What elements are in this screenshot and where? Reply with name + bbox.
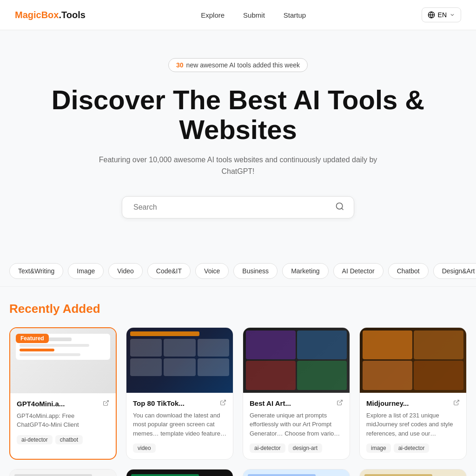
card-designer[interactable] bbox=[9, 469, 117, 476]
card-title-row: Top 80 TikTok... bbox=[133, 399, 226, 407]
search-icon bbox=[335, 202, 344, 211]
card-gpt4omini[interactable]: Featured GPT4oMini.a...GPT4oMini.app: Fr… bbox=[9, 327, 117, 460]
card-title-row: GPT4oMini.a... bbox=[17, 400, 109, 408]
category-video[interactable]: Video bbox=[108, 263, 143, 279]
tag-image: image bbox=[366, 443, 391, 453]
nav-explore[interactable]: Explore bbox=[201, 11, 225, 19]
search-button[interactable] bbox=[333, 200, 346, 214]
tag-ai-detector: ai-detector bbox=[250, 443, 285, 453]
recently-added-section: Recently Added Featured GPT4oMini.a...GP… bbox=[0, 287, 476, 476]
svg-line-5 bbox=[339, 400, 342, 403]
hero-headline: Discover The Best AI Tools & Websites bbox=[29, 85, 447, 145]
card-thumbnail bbox=[360, 469, 466, 476]
new-tools-badge: 30 new awesome AI tools added this week bbox=[168, 58, 308, 72]
card-body: Midjourney...Explore a list of 231 uniqu… bbox=[360, 393, 466, 460]
card-ai-art[interactable]: Best AI Art...Generate unique art prompt… bbox=[243, 327, 350, 460]
external-link-icon bbox=[220, 399, 226, 407]
tag-chatbot: chatbot bbox=[55, 435, 83, 444]
card-thumbnail bbox=[243, 328, 350, 393]
language-selector[interactable]: EN bbox=[422, 7, 461, 22]
search-container bbox=[122, 196, 354, 218]
tag-design-art: design-art bbox=[288, 443, 322, 453]
badge-text: new awesome AI tools added this week bbox=[186, 61, 300, 69]
card-thumbnail bbox=[243, 469, 350, 476]
card-blue-card[interactable] bbox=[243, 469, 350, 476]
category-marketing[interactable]: Marketing bbox=[282, 263, 328, 279]
category-image[interactable]: Image bbox=[68, 263, 104, 279]
featured-badge: Featured bbox=[16, 334, 49, 343]
card-tags: video bbox=[133, 443, 226, 453]
svg-line-6 bbox=[456, 400, 459, 403]
hero-section: 30 new awesome AI tools added this week … bbox=[0, 30, 476, 256]
language-label: EN bbox=[438, 11, 447, 19]
svg-line-4 bbox=[223, 400, 225, 403]
chevron-down-icon bbox=[450, 12, 455, 18]
card-thumbnail bbox=[360, 328, 466, 393]
card-thumbnail bbox=[10, 469, 116, 476]
logo-magic: MagicBox bbox=[15, 10, 59, 20]
svg-point-1 bbox=[337, 203, 343, 209]
nav-submit[interactable]: Submit bbox=[243, 11, 265, 19]
card-description: You can download the latest and most pop… bbox=[133, 411, 226, 438]
nav-startup[interactable]: Startup bbox=[284, 11, 306, 19]
category-design-art[interactable]: Design&Art bbox=[433, 263, 476, 279]
card-thumbnail bbox=[126, 469, 233, 476]
nav-links: Explore Submit Startup bbox=[201, 11, 306, 19]
card-title: Midjourney... bbox=[366, 399, 409, 407]
logo-tools: .Tools bbox=[59, 10, 85, 20]
cards-grid-row2 bbox=[9, 469, 467, 476]
categories-bar: Text&WritingImageVideoCode&ITVoiceBusine… bbox=[0, 256, 476, 287]
logo[interactable]: MagicBox.Tools bbox=[15, 10, 86, 20]
search-box bbox=[122, 196, 354, 218]
card-title-row: Best AI Art... bbox=[250, 399, 343, 407]
card-title-row: Midjourney... bbox=[366, 399, 460, 407]
navbar: MagicBox.Tools Explore Submit Startup EN bbox=[0, 0, 476, 30]
section-title: Recently Added bbox=[9, 302, 467, 316]
search-input[interactable] bbox=[130, 197, 333, 218]
globe-icon bbox=[428, 11, 435, 19]
cards-grid-row1: Featured GPT4oMini.a...GPT4oMini.app: Fr… bbox=[9, 327, 467, 460]
card-title: GPT4oMini.a... bbox=[17, 400, 65, 408]
hero-subtext: Featuring over 10,000 awesome AI tools w… bbox=[99, 154, 377, 178]
category-text-writing[interactable]: Text&Writing bbox=[9, 263, 63, 279]
card-body: GPT4oMini.a...GPT4oMini.app: Free ChatGP… bbox=[10, 393, 116, 451]
card-description: Explore a list of 231 unique midJourney … bbox=[366, 411, 460, 438]
card-tags: ai-detectordesign-art bbox=[250, 443, 343, 453]
category-business[interactable]: Business bbox=[233, 263, 278, 279]
card-body: Top 80 TikTok...You can download the lat… bbox=[126, 393, 233, 460]
external-link-icon bbox=[453, 399, 460, 407]
card-title: Best AI Art... bbox=[250, 399, 291, 407]
card-prayer[interactable] bbox=[359, 469, 467, 476]
tag-ai-detector: ai-detector bbox=[17, 435, 53, 444]
card-midjourney[interactable]: Midjourney...Explore a list of 231 uniqu… bbox=[359, 327, 467, 460]
card-tags: imageai-detector bbox=[366, 443, 460, 453]
category-voice[interactable]: Voice bbox=[195, 263, 229, 279]
svg-line-2 bbox=[342, 208, 344, 210]
category-code-it[interactable]: Code&IT bbox=[147, 263, 191, 279]
card-title: Top 80 TikTok... bbox=[133, 399, 185, 407]
external-link-icon bbox=[337, 399, 343, 407]
card-description: Generate unique art prompts effortlessly… bbox=[250, 411, 343, 438]
card-tiktok[interactable]: Top 80 TikTok...You can download the lat… bbox=[126, 327, 233, 460]
category-chatbot[interactable]: Chatbot bbox=[388, 263, 429, 279]
svg-line-3 bbox=[106, 401, 108, 403]
card-description: GPT4oMini.app: Free ChatGPT4o-Mini Clien… bbox=[17, 411, 109, 430]
card-ai-solver[interactable] bbox=[126, 469, 233, 476]
badge-count: 30 bbox=[176, 61, 184, 69]
external-link-icon bbox=[103, 400, 109, 408]
card-body: Best AI Art...Generate unique art prompt… bbox=[243, 393, 350, 460]
category-ai-detector[interactable]: AI Detector bbox=[333, 263, 383, 279]
tag-ai-detector: ai-detector bbox=[394, 443, 430, 453]
card-thumbnail bbox=[126, 328, 233, 393]
tag-video: video bbox=[133, 443, 156, 453]
card-tags: ai-detectorchatbot bbox=[17, 435, 109, 444]
